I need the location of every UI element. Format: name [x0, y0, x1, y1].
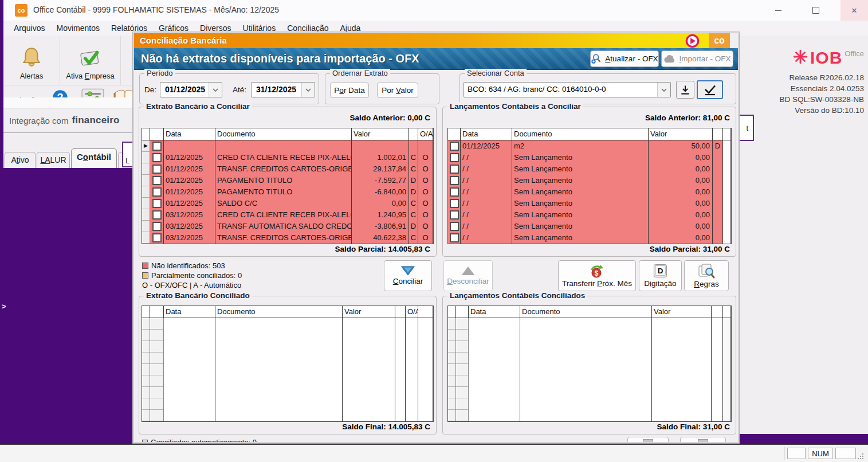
date-to-value: 31/12/2025 [252, 83, 301, 97]
date-to-combo[interactable]: 31/12/2025 [251, 82, 315, 97]
saldo-final-extrato: Saldo Final: 14.005,83 C [342, 422, 430, 431]
grid-cell: 03/12/2025 [164, 221, 215, 232]
expand-chevron[interactable]: > [2, 302, 6, 311]
tab-contabil-label: Contábil [77, 152, 111, 162]
maximize-button[interactable] [803, 0, 829, 21]
confirm-button[interactable] [697, 80, 723, 99]
por-valor-button[interactable]: Por Valor [377, 83, 418, 98]
row-checkbox[interactable] [152, 153, 162, 162]
tab-contabil[interactable]: Contábil [71, 148, 117, 168]
lancamentos-conciliar-title: Lançamentos Contábeis a Conciliar [447, 102, 583, 111]
row-checkbox[interactable] [152, 233, 162, 242]
grid-cell: 0,00 [649, 209, 713, 221]
date-from-combo[interactable]: 01/12/2025 [160, 82, 222, 97]
grid-cell [352, 140, 409, 152]
table-row[interactable]: 01/12/2025TRANSF. CREDITOS CARTOES-ORIGE… [142, 163, 433, 175]
por-data-button[interactable]: Por Data [330, 83, 369, 98]
digitacao-button[interactable]: D Digitação [639, 260, 682, 291]
grid-cell: O [418, 209, 433, 221]
desconciliar-button[interactable]: Desconciliar [443, 260, 493, 291]
table-row[interactable]: 03/12/2025CRED CTA CLIENTE RECEB PIX-ALE… [142, 209, 433, 221]
table-row[interactable]: 01/12/2025PAGAMENTO TITULO-6.840,00DO [142, 186, 433, 198]
table-row[interactable]: / /Sem Lançamento0,00 [448, 232, 731, 244]
menu-arquivos[interactable]: Arquivos [8, 22, 50, 34]
row-checkbox[interactable] [152, 187, 162, 197]
table-row[interactable]: / /Sem Lançamento0,00 [448, 209, 731, 221]
chevron-down-icon[interactable] [657, 83, 670, 97]
menu-movimentos[interactable]: Movimentos [50, 22, 105, 34]
importar-ofx-button[interactable]: Importar - OFX [661, 50, 733, 67]
tab-lalur[interactable]: LALUR [37, 152, 70, 168]
footer-conciliados-auto: Conciliados automaticamente: 0 [142, 438, 257, 443]
row-checkbox[interactable] [450, 222, 459, 231]
row-checkbox[interactable] [152, 176, 162, 185]
row-checkbox[interactable] [450, 187, 459, 197]
row-checkbox[interactable] [152, 165, 162, 174]
table-row[interactable]: 01/12/2025PAGAMENTO TITULO-7.592,77DO [142, 175, 433, 186]
grid-cell: Sem Lançamento [512, 186, 649, 198]
status-panel-2 [835, 448, 856, 459]
table-row[interactable]: 01/12/2025m250,00D [448, 140, 731, 152]
table-row[interactable]: / /Sem Lançamento0,00 [448, 152, 731, 163]
alertas-button[interactable]: Alertas [3, 36, 60, 85]
chevron-down-icon[interactable] [301, 83, 315, 97]
integration-bar: Integração com financeiro [3, 108, 135, 132]
table-row[interactable]: / /Sem Lançamento0,00 [448, 221, 731, 232]
atualizar-ofx-button[interactable]: Atualizar - OFX [590, 50, 659, 67]
row-checkbox[interactable] [450, 176, 459, 185]
lancamentos-conciliar-grid[interactable]: DataDocumentoValor01/12/2025m250,00D/ /S… [447, 128, 732, 244]
row-checkbox[interactable] [152, 222, 162, 231]
resize-grip[interactable] [857, 452, 865, 462]
table-row[interactable]: 03/12/2025TRANSF. CREDITOS CARTOES-ORIGE… [142, 232, 433, 244]
empty-column [520, 318, 652, 421]
table-row[interactable]: 03/12/2025TRANSF AUTOMATICA SALDO CREDOR… [142, 221, 433, 232]
column-header: Documento [215, 306, 343, 318]
table-row[interactable]: / /Sem Lançamento0,00 [448, 163, 731, 175]
grid-cell: Sem Lançamento [512, 232, 649, 244]
legend-codes: O - OFX/OFC | A - Automático [142, 281, 241, 289]
account-combo[interactable]: BCO: 634 / AG: branc/ CC: 0164010-0-0 [464, 82, 671, 97]
grid-cell [150, 152, 164, 163]
grid-cell: TRANSF. CREDITOS CARTOES-ORIGEM [215, 232, 352, 244]
minimize-button[interactable] [765, 0, 791, 21]
table-row[interactable]: 01/12/2025SALDO C/C0,00CO [142, 198, 433, 209]
row-checkbox[interactable] [450, 165, 459, 174]
dialog-header[interactable]: Conciliação Bancária [134, 33, 730, 48]
close-button[interactable]: ✕ [840, 0, 868, 21]
footer-partial-button-1[interactable] [627, 437, 669, 443]
row-checkbox[interactable] [152, 210, 162, 220]
status-divider [784, 447, 784, 460]
grid-cell: 1.240,95 [352, 209, 409, 221]
ativa-empresa-button[interactable]: Ativa Empresa [60, 36, 121, 85]
chevron-down-icon[interactable] [209, 83, 222, 97]
lancamentos-conciliados-grid[interactable]: DataDocumentoValor [447, 306, 732, 422]
extrato-conciliar-grid[interactable]: DataDocumentoValorO/A▶01/12/2025CRED CTA… [142, 128, 434, 244]
grid-cell: SALDO C/C [215, 198, 352, 209]
footer-partial-button-2[interactable] [680, 437, 726, 443]
grid-cell: / / [461, 175, 512, 186]
table-row[interactable]: / /Sem Lançamento0,00 [448, 198, 731, 209]
extrato-conciliado-grid[interactable]: DataDocumentoValorO/A [142, 306, 434, 422]
row-checkbox[interactable] [450, 153, 459, 162]
table-row[interactable]: ▶ [142, 140, 433, 152]
row-checkbox[interactable] [450, 233, 459, 242]
row-checkbox[interactable] [152, 142, 162, 151]
transferir-prox-mes-button[interactable]: $ Transferir Próx. Mês [558, 260, 636, 291]
tab-ativo[interactable]: Ativo [5, 152, 36, 168]
row-checkbox[interactable] [450, 199, 459, 208]
row-checkbox[interactable] [450, 210, 459, 220]
de-label: De: [144, 85, 156, 94]
table-row[interactable]: 01/12/2025CRED CTA CLIENTE RECEB PIX-ALE… [142, 152, 433, 163]
table-row[interactable]: / /Sem Lançamento0,00 [448, 175, 731, 186]
row-checkbox[interactable] [152, 199, 162, 208]
table-row[interactable]: / /Sem Lançamento0,00 [448, 186, 731, 198]
grid-cell [713, 221, 723, 232]
grid-cell [418, 140, 433, 152]
conciliar-button[interactable]: Conciliar [384, 260, 432, 291]
download-button[interactable] [676, 81, 694, 99]
column-header: Data [461, 128, 512, 140]
column-header: Valor [343, 306, 395, 318]
regras-button[interactable]: Regras [684, 260, 729, 291]
row-checkbox[interactable] [450, 142, 459, 151]
grid-cell: 0,00 [649, 232, 713, 244]
